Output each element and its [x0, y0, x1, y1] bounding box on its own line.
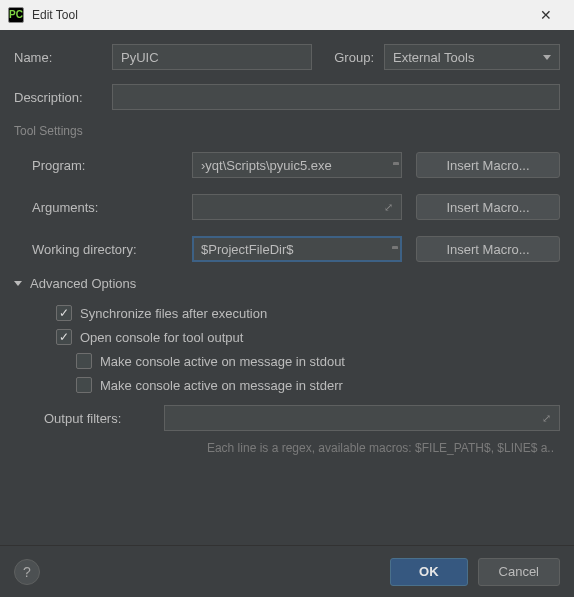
tool-settings-heading: Tool Settings [14, 124, 560, 138]
checkbox-icon [56, 329, 72, 345]
close-icon[interactable]: ✕ [526, 0, 566, 30]
name-label: Name: [14, 50, 112, 65]
working-dir-input[interactable]: $ProjectFileDir$ [192, 236, 402, 262]
description-input[interactable] [112, 84, 560, 110]
output-filters-input[interactable]: ⤢ [164, 405, 560, 431]
output-filters-hint: Each line is a regex, available macros: … [14, 441, 560, 455]
advanced-options-heading: Advanced Options [30, 276, 136, 291]
expand-icon[interactable]: ⤢ [384, 201, 393, 214]
chevron-down-icon [14, 281, 22, 286]
ok-button[interactable]: OK [390, 558, 468, 586]
working-dir-insert-macro-button[interactable]: Insert Macro... [416, 236, 560, 262]
expand-icon[interactable]: ⤢ [542, 412, 551, 425]
checkbox-icon [76, 377, 92, 393]
group-value: External Tools [393, 50, 474, 65]
advanced-options-toggle[interactable]: Advanced Options [14, 276, 560, 291]
dialog-title: Edit Tool [32, 8, 526, 22]
chevron-down-icon [543, 55, 551, 60]
program-insert-macro-button[interactable]: Insert Macro... [416, 152, 560, 178]
output-filters-label: Output filters: [44, 411, 164, 426]
cancel-button[interactable]: Cancel [478, 558, 560, 586]
working-dir-label: Working directory: [32, 242, 192, 257]
stderr-active-checkbox[interactable]: Make console active on message in stderr [14, 377, 560, 393]
help-button[interactable]: ? [14, 559, 40, 585]
bottombar: ? OK Cancel [0, 545, 574, 597]
open-console-checkbox[interactable]: Open console for tool output [14, 329, 560, 345]
arguments-label: Arguments: [32, 200, 192, 215]
app-icon: PC [8, 7, 24, 23]
checkbox-icon [76, 353, 92, 369]
group-select[interactable]: External Tools [384, 44, 560, 70]
checkbox-icon [56, 305, 72, 321]
program-label: Program: [32, 158, 192, 173]
name-input[interactable]: PyUIC [112, 44, 312, 70]
titlebar: PC Edit Tool ✕ [0, 0, 574, 30]
program-input[interactable]: ›yqt\Scripts\pyuic5.exe [192, 152, 402, 178]
sync-files-checkbox[interactable]: Synchronize files after execution [14, 305, 560, 321]
arguments-insert-macro-button[interactable]: Insert Macro... [416, 194, 560, 220]
arguments-input[interactable]: ⤢ [192, 194, 402, 220]
description-label: Description: [14, 90, 112, 105]
stdout-active-checkbox[interactable]: Make console active on message in stdout [14, 353, 560, 369]
group-label: Group: [312, 50, 374, 65]
